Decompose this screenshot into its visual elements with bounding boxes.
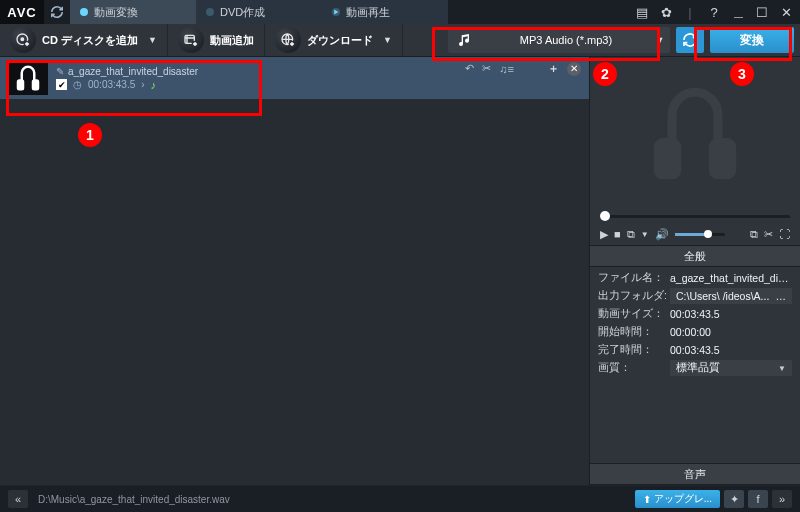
snapshot-caret-icon[interactable]: ▼ xyxy=(641,230,649,239)
caret-down-icon: ▼ xyxy=(650,35,670,45)
trim-icon[interactable]: ✂ xyxy=(764,228,773,241)
snapshot-icon[interactable]: ⧉ xyxy=(627,228,635,241)
clock-icon: ◷ xyxy=(73,79,82,90)
svg-point-1 xyxy=(21,38,24,41)
browse-icon[interactable]: … xyxy=(776,290,787,302)
close-icon[interactable]: ✕ xyxy=(778,4,794,20)
cd-icon xyxy=(10,27,36,53)
facebook-icon[interactable]: f xyxy=(748,490,768,508)
add-cd-button[interactable]: CD ディスクを追加 ▼ xyxy=(0,24,168,56)
value-filename: a_gaze_that_invited_disaster xyxy=(670,272,800,284)
tab-label: DVD作成 xyxy=(220,5,265,20)
options-icon[interactable]: ▤ xyxy=(634,4,650,20)
value-end: 00:03:43.5 xyxy=(670,344,800,356)
tab-play[interactable]: 動画再生 xyxy=(322,0,448,24)
next-button[interactable]: » xyxy=(772,490,792,508)
remove-file-icon[interactable]: ✕ xyxy=(567,62,581,76)
caret-down-icon: ▼ xyxy=(383,35,392,45)
format-label: MP3 Audio (*.mp3) xyxy=(482,27,650,53)
svg-rect-7 xyxy=(18,81,23,90)
right-panel: ▶ ■ ⧉ ▼ 🔊 ⧉ ✂ ⛶ 全般 ファイル名：a_gaze_that_inv… xyxy=(589,57,800,485)
label-filename: ファイル名： xyxy=(590,271,670,285)
film-icon xyxy=(178,27,204,53)
tab-label: 動画変換 xyxy=(94,5,138,20)
settings-icon[interactable]: ✿ xyxy=(658,4,674,20)
caret-down-icon: ▼ xyxy=(778,364,786,373)
popout-icon[interactable]: ⧉ xyxy=(750,228,758,241)
button-label: CD ディスクを追加 xyxy=(42,33,138,48)
file-meta: ✎a_gaze_that_invited_disaster ✔ ◷ 00:03:… xyxy=(56,66,198,91)
refresh-icon[interactable] xyxy=(44,0,70,24)
maximize-icon[interactable]: ☐ xyxy=(754,4,770,20)
chevron-right-icon: › xyxy=(141,79,144,90)
button-label: ダウンロード xyxy=(307,33,373,48)
main-tabs: 動画変換 DVD作成 動画再生 xyxy=(70,0,448,24)
volume-slider[interactable] xyxy=(675,233,725,236)
prev-button[interactable]: « xyxy=(8,490,28,508)
label-end: 完了時間： xyxy=(590,343,670,357)
svg-rect-9 xyxy=(658,142,676,174)
svg-rect-8 xyxy=(33,81,38,90)
label-quality: 画質： xyxy=(590,361,670,375)
tab-label: 動画再生 xyxy=(346,5,390,20)
output-format-selector[interactable]: MP3 Audio (*.mp3) ▼ xyxy=(448,27,670,53)
tab-dvd[interactable]: DVD作成 xyxy=(196,0,322,24)
fullscreen-icon[interactable]: ⛶ xyxy=(779,228,790,240)
tab-video-convert[interactable]: 動画変換 xyxy=(70,0,196,24)
seek-slider[interactable] xyxy=(590,209,800,223)
scissors-icon[interactable]: ✂ xyxy=(482,62,491,75)
label-outfolder: 出力フォルダ: xyxy=(590,289,670,303)
file-name: a_gaze_that_invited_disaster xyxy=(68,66,198,77)
globe-icon xyxy=(275,27,301,53)
svg-rect-10 xyxy=(713,142,731,174)
file-item[interactable]: ✎a_gaze_that_invited_disaster ✔ ◷ 00:03:… xyxy=(0,57,589,99)
value-size: 00:03:43.5 xyxy=(670,308,800,320)
file-item-actions: ↶ ✂ ♫≡ ＋ ✕ xyxy=(465,61,581,76)
music-note-icon: ♪ xyxy=(151,79,157,91)
action-toolbar: CD ディスクを追加 ▼ 動画追加 ダウンロード ▼ MP3 Audio (*.… xyxy=(0,24,800,57)
help-icon[interactable]: ? xyxy=(706,4,722,20)
quality-select[interactable]: 標準品質▼ xyxy=(670,360,792,376)
value-outfolder[interactable]: C:\Users\ /ideos\A... … xyxy=(670,288,792,304)
music-note-icon xyxy=(448,32,482,48)
button-label: 動画追加 xyxy=(210,33,254,48)
value-start: 00:00:00 xyxy=(670,326,800,338)
undo-icon[interactable]: ↶ xyxy=(465,62,474,75)
preview-controls: ▶ ■ ⧉ ▼ 🔊 ⧉ ✂ ⛶ xyxy=(590,223,800,245)
label-size: 動画サイズ： xyxy=(590,307,670,321)
twitter-icon[interactable]: ✦ xyxy=(724,490,744,508)
add-video-button[interactable]: 動画追加 xyxy=(168,24,265,56)
stop-icon[interactable]: ■ xyxy=(614,228,621,240)
window-controls: ▤ ✿ | ? ＿ ☐ ✕ xyxy=(634,0,800,24)
download-button[interactable]: ダウンロード ▼ xyxy=(265,24,403,56)
pencil-icon[interactable]: ✎ xyxy=(56,66,64,77)
convert-button[interactable]: 変換 xyxy=(710,27,794,53)
status-path: D:\Music\a_gaze_that_invited_disaster.wa… xyxy=(38,494,230,505)
title-bar: AVC 動画変換 DVD作成 動画再生 ▤ ✿ | ? ＿ ☐ ✕ xyxy=(0,0,800,24)
file-list: ✎a_gaze_that_invited_disaster ✔ ◷ 00:03:… xyxy=(0,57,589,485)
format-bar: MP3 Audio (*.mp3) ▼ 変換 xyxy=(448,24,800,56)
add-icon[interactable]: ＋ xyxy=(548,61,559,76)
minimize-icon[interactable]: ＿ xyxy=(730,4,746,20)
info-panel: 全般 ファイル名：a_gaze_that_invited_disaster 出力… xyxy=(590,245,800,485)
info-header-audio: 音声 xyxy=(590,463,800,485)
status-bar: « D:\Music\a_gaze_that_invited_disaster.… xyxy=(0,486,800,512)
label-start: 開始時間： xyxy=(590,325,670,339)
body: ✎a_gaze_that_invited_disaster ✔ ◷ 00:03:… xyxy=(0,57,800,485)
file-duration: 00:03:43.5 xyxy=(88,79,135,90)
app-logo: AVC xyxy=(0,0,44,24)
upgrade-button[interactable]: ⬆アップグレ... xyxy=(635,490,720,508)
button-label: 変換 xyxy=(740,32,764,49)
volume-icon[interactable]: 🔊 xyxy=(655,228,669,241)
file-thumbnail xyxy=(8,61,48,95)
preview-pane xyxy=(590,57,800,209)
play-icon[interactable]: ▶ xyxy=(600,228,608,241)
file-checkbox[interactable]: ✔ xyxy=(56,79,67,90)
equalizer-icon[interactable]: ♫≡ xyxy=(499,63,514,75)
caret-down-icon: ▼ xyxy=(148,35,157,45)
app-window: AVC 動画変換 DVD作成 動画再生 ▤ ✿ | ? ＿ ☐ ✕ CD ディス… xyxy=(0,0,800,512)
refresh-button[interactable] xyxy=(676,27,704,53)
info-header-general: 全般 xyxy=(590,245,800,267)
